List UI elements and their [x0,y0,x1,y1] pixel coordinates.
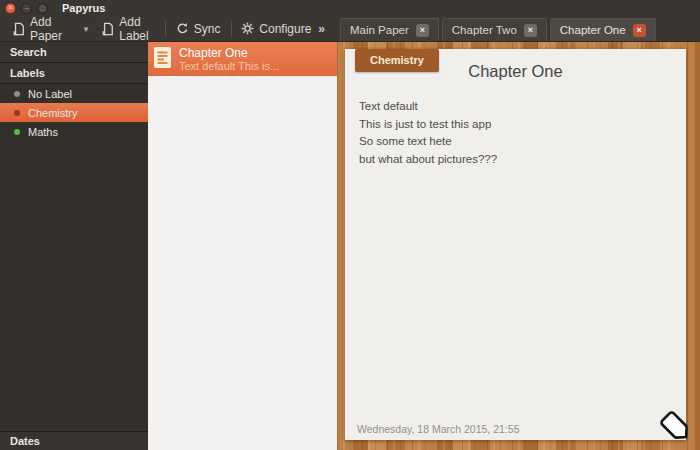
paper-body-line: So some text hete [359,133,686,151]
paper-list-item-chapter-one[interactable]: Chapter One Text default This is... [148,42,337,76]
toolbar-separator [231,21,232,36]
add-paper-label: Add Paper [30,15,68,43]
tab-label: Main Paper [350,24,409,36]
add-paper-dropdown[interactable]: ▾ [75,21,96,37]
tab-label: Chapter Two [452,24,517,36]
paper-body[interactable]: Text default This is just to test this a… [345,98,686,168]
sidebar-item-maths[interactable]: Maths [0,122,148,141]
paper-sheet[interactable]: Chemistry Chapter One Text default This … [345,49,686,440]
add-label-icon [102,22,114,36]
list-item-title: Chapter One [179,46,279,60]
top-strip: Add Paper ▾ Add Label Sync [0,16,700,42]
label-color-dot [14,129,20,135]
add-paper-button[interactable]: Add Paper [6,12,75,46]
paper-view-panel: Chemistry Chapter One Text default This … [337,42,700,450]
paper-body-line: but what about pictures??? [359,151,686,169]
sidebar-item-label: No Label [28,88,72,100]
add-paper-icon [13,22,25,36]
add-label-button[interactable]: Add Label [95,12,162,46]
configure-button[interactable]: Configure [234,19,318,39]
chevron-down-icon: ▾ [84,24,89,34]
toolbar-separator [165,21,166,36]
sidebar-spacer [0,141,148,431]
paper-body-line: This is just to test this app [359,116,686,134]
sidebar-item-label: Chemistry [28,107,78,119]
tag-cursor-icon [657,410,699,450]
paper-document-icon [153,46,172,73]
add-label-label: Add Label [119,15,155,43]
tab-label: Chapter One [560,24,626,36]
sidebar: Search Labels No Label Chemistry Maths D… [0,42,148,450]
tab-close-icon[interactable]: × [524,24,537,37]
tab-close-icon[interactable]: × [633,24,646,37]
toolbar-overflow-chevron[interactable]: » [318,22,325,36]
sidebar-item-chemistry[interactable]: Chemistry [0,103,148,122]
sync-button[interactable]: Sync [169,19,228,39]
papyrus-window: × − □ Papyrus Add Paper ▾ Add Label [0,0,700,450]
tab-main-paper[interactable]: Main Paper × [340,18,439,41]
main-area: Search Labels No Label Chemistry Maths D… [0,42,700,450]
gear-icon [241,22,254,35]
label-color-dot [14,110,20,116]
sidebar-section-labels[interactable]: Labels [0,63,148,84]
tab-chapter-two[interactable]: Chapter Two × [442,18,547,41]
sidebar-item-no-label[interactable]: No Label [0,84,148,103]
toolbar: Add Paper ▾ Add Label Sync [0,16,332,41]
paper-date: Wednesday, 18 March 2015, 21:55 [357,423,519,435]
paper-label-tag[interactable]: Chemistry [355,49,439,72]
paper-list-panel: Chapter One Text default This is... [148,42,337,450]
paper-body-line: Text default [359,98,686,116]
label-color-dot [14,91,20,97]
sidebar-section-search[interactable]: Search [0,42,148,63]
tab-close-icon[interactable]: × [416,24,429,37]
sync-icon [176,22,189,35]
sidebar-section-dates[interactable]: Dates [0,431,148,450]
sync-label: Sync [194,22,221,36]
configure-label: Configure [259,22,311,36]
list-item-text: Chapter One Text default This is... [179,46,279,73]
sidebar-item-label: Maths [28,126,58,138]
tab-bar: Main Paper × Chapter Two × Chapter One × [332,16,700,41]
tab-chapter-one[interactable]: Chapter One × [550,18,656,41]
list-item-preview: Text default This is... [179,60,279,73]
